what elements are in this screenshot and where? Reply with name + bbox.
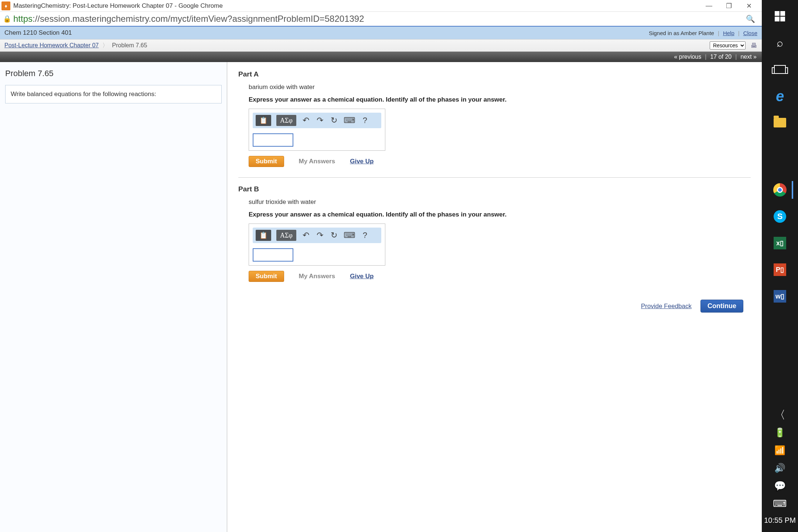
excel-icon: x▯: [774, 237, 786, 249]
provide-feedback-link[interactable]: Provide Feedback: [641, 303, 692, 310]
window-close-button[interactable]: ✕: [743, 2, 754, 10]
chrome-icon: [773, 183, 787, 197]
breadcrumb-parent-link[interactable]: Post-Lecture Homework Chapter 07: [4, 42, 99, 49]
answer-box: 📋 ΑΣφ ↶ ↷ ↻ ⌨ ?: [249, 224, 385, 266]
next-problem-link[interactable]: next »: [740, 54, 757, 60]
redo-icon[interactable]: ↷: [316, 116, 324, 125]
window-titlebar: ♦ MasteringChemistry: Post-Lecture Homew…: [0, 0, 762, 12]
edge-icon: e: [776, 88, 784, 105]
window-controls: — ❐ ✕: [703, 2, 760, 10]
submit-button[interactable]: Submit: [249, 156, 284, 167]
redo-icon[interactable]: ↷: [316, 231, 324, 240]
part-label: Part B: [238, 185, 751, 193]
greek-symbols-button[interactable]: ΑΣφ: [276, 230, 296, 241]
action-row: Submit My Answers Give Up: [249, 156, 751, 167]
help-icon[interactable]: ?: [361, 231, 369, 240]
reset-icon[interactable]: ↻: [330, 231, 338, 240]
breadcrumb-current: Problem 7.65: [112, 42, 147, 49]
problem-instruction: Write balanced equations for the followi…: [5, 85, 222, 103]
my-answers-link[interactable]: My Answers: [299, 158, 335, 165]
volume-icon: 🔊: [774, 463, 785, 473]
svg-rect-1: [780, 11, 785, 16]
reset-icon[interactable]: ↻: [330, 116, 338, 125]
battery-icon: 🔋: [774, 427, 785, 438]
taskbar-clock[interactable]: 10:55 PM: [764, 512, 796, 532]
content-area: Problem 7.65 Write balanced equations fo…: [0, 62, 762, 532]
lock-icon: 🔒: [3, 15, 11, 23]
word-app[interactable]: w▯: [767, 284, 792, 309]
tray-keyboard[interactable]: ⌨: [767, 495, 792, 512]
paste-button[interactable]: 📋: [256, 115, 271, 126]
start-button[interactable]: [767, 4, 792, 29]
skype-app[interactable]: S: [767, 204, 792, 229]
tray-notifications[interactable]: 💬: [767, 477, 792, 495]
paste-button[interactable]: 📋: [256, 230, 271, 241]
undo-icon[interactable]: ↶: [301, 116, 310, 125]
footer-row: Provide Feedback Continue: [238, 300, 751, 313]
part-label: Part A: [238, 70, 751, 78]
tray-battery[interactable]: 🔋: [767, 424, 792, 441]
separator: |: [718, 30, 719, 36]
window-title: MasteringChemistry: Post-Lecture Homewor…: [13, 2, 703, 10]
skype-icon: S: [774, 210, 786, 223]
equation-toolbar: 📋 ΑΣφ ↶ ↷ ↻ ⌨ ?: [253, 113, 381, 128]
window-minimize-button[interactable]: —: [703, 2, 715, 10]
excel-app[interactable]: x▯: [767, 231, 792, 256]
problem-nav-bar: « previous | 17 of 20 | next »: [0, 52, 762, 62]
give-up-link[interactable]: Give Up: [350, 158, 374, 165]
submit-button[interactable]: Submit: [249, 271, 284, 282]
windows-taskbar: ⌕ e S x▯ P▯ w▯ 〈 🔋 📶 🔊 💬 ⌨ 10:55 PM: [762, 0, 798, 532]
search-icon: ⌕: [777, 37, 783, 49]
problem-sidebar: Problem 7.65 Write balanced equations fo…: [0, 62, 227, 532]
notification-icon: 💬: [774, 480, 786, 492]
part-instruction: Express your answer as a chemical equati…: [249, 211, 751, 218]
continue-button[interactable]: Continue: [700, 300, 743, 313]
wifi-icon: 📶: [774, 445, 785, 456]
chrome-app[interactable]: [767, 177, 792, 202]
resources-dropdown[interactable]: Resources: [710, 41, 746, 50]
search-button[interactable]: ⌕: [767, 30, 792, 55]
print-icon[interactable]: 🖶: [751, 42, 757, 50]
svg-rect-2: [775, 17, 780, 21]
powerpoint-app[interactable]: P▯: [767, 257, 792, 282]
folder-icon: [774, 118, 786, 127]
help-icon[interactable]: ?: [361, 116, 369, 125]
file-explorer-app[interactable]: [767, 110, 792, 135]
previous-problem-link[interactable]: « previous: [674, 54, 701, 60]
edge-app[interactable]: e: [767, 83, 792, 109]
keyboard-icon[interactable]: ⌨: [344, 116, 355, 125]
url-text: https://session.masteringchemistry.com/m…: [13, 14, 364, 24]
help-link[interactable]: Help: [723, 30, 734, 36]
windows-logo-icon: [775, 11, 785, 21]
svg-rect-3: [780, 17, 785, 21]
problem-title: Problem 7.65: [5, 69, 222, 78]
separator: |: [738, 30, 740, 36]
window-maximize-button[interactable]: ❐: [723, 2, 734, 10]
close-link[interactable]: Close: [743, 30, 757, 36]
address-bar[interactable]: 🔒 https://session.masteringchemistry.com…: [0, 12, 762, 27]
touch-keyboard-icon: ⌨: [773, 498, 787, 509]
zoom-icon[interactable]: 🔍: [746, 14, 759, 23]
my-answers-link[interactable]: My Answers: [299, 273, 335, 280]
url-scheme: https: [13, 14, 33, 24]
keyboard-icon[interactable]: ⌨: [344, 231, 355, 240]
part-b: Part B sulfur trioxide with water Expres…: [238, 185, 751, 292]
undo-icon[interactable]: ↶: [301, 231, 310, 240]
chevron-left-icon: 〈: [774, 407, 785, 423]
separator: |: [735, 54, 737, 60]
answer-input[interactable]: [253, 248, 293, 262]
part-subject: sulfur trioxide with water: [249, 198, 751, 206]
action-row: Submit My Answers Give Up: [249, 271, 751, 282]
course-bar: Chem 1210 Section 401 Signed in as Amber…: [0, 27, 762, 39]
tray-volume[interactable]: 🔊: [767, 459, 792, 477]
greek-symbols-button[interactable]: ΑΣφ: [276, 115, 296, 126]
give-up-link[interactable]: Give Up: [350, 273, 374, 280]
course-name: Chem 1210 Section 401: [4, 29, 72, 37]
tray-wifi[interactable]: 📶: [767, 441, 792, 459]
answer-input[interactable]: [253, 133, 293, 147]
breadcrumb-bar: Post-Lecture Homework Chapter 07 〉 Probl…: [0, 39, 762, 52]
problem-position: 17 of 20: [710, 54, 732, 60]
separator: |: [705, 54, 706, 60]
tray-back[interactable]: 〈: [767, 406, 792, 424]
task-view-button[interactable]: [767, 57, 792, 82]
